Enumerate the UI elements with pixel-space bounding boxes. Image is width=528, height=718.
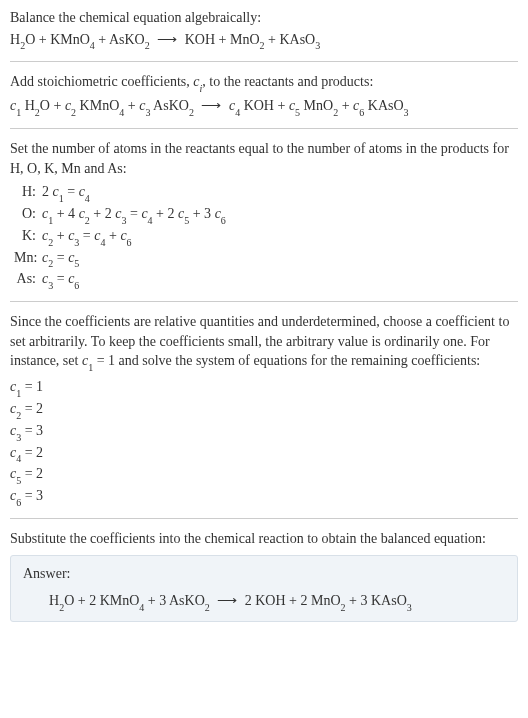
coeff-row: c6 = 3: [10, 486, 518, 508]
section-substitute: Substitute the coefficients into the che…: [10, 529, 518, 622]
atom-equations-table: H:2 c1 = c4O:c1 + 4 c2 + 2 c3 = c4 + 2 c…: [14, 182, 518, 291]
intro-text: Balance the chemical equation algebraica…: [10, 8, 518, 28]
atom-row: O:c1 + 4 c2 + 2 c3 = c4 + 2 c5 + 3 c6: [14, 204, 518, 226]
answer-box: Answer: H2O + 2 KMnO4 + 3 AsKO2 ⟶ 2 KOH …: [10, 555, 518, 622]
coeff-row: c4 = 2: [10, 443, 518, 465]
atom-row: K:c2 + c3 = c4 + c6: [14, 226, 518, 248]
section-atoms: Set the number of atoms in the reactants…: [10, 139, 518, 291]
section-balance-intro: Balance the chemical equation algebraica…: [10, 8, 518, 51]
answer-label: Answer:: [23, 564, 505, 584]
coeff-row: c1 = 1: [10, 377, 518, 399]
intro-text: Since the coefficients are relative quan…: [10, 312, 518, 373]
divider: [10, 518, 518, 519]
coeff-equation: c1 H2O + c2 KMnO4 + c3 AsKO2 ⟶ c4 KOH + …: [10, 96, 518, 118]
unbalanced-equation: H2O + KMnO4 + AsKO2 ⟶ KOH + MnO2 + KAsO3: [10, 30, 518, 52]
coeff-row: c5 = 2: [10, 464, 518, 486]
section-solve: Since the coefficients are relative quan…: [10, 312, 518, 508]
intro-text: Set the number of atoms in the reactants…: [10, 139, 518, 178]
atom-row: Mn:c2 = c5: [14, 248, 518, 270]
atom-row: As:c3 = c6: [14, 269, 518, 291]
intro-text: Add stoichiometric coefficients, ci, to …: [10, 72, 518, 94]
section-stoich: Add stoichiometric coefficients, ci, to …: [10, 72, 518, 118]
intro-text: Substitute the coefficients into the che…: [10, 529, 518, 549]
atom-row: H:2 c1 = c4: [14, 182, 518, 204]
balanced-equation: H2O + 2 KMnO4 + 3 AsKO2 ⟶ 2 KOH + 2 MnO2…: [23, 591, 505, 613]
coeff-row: c3 = 3: [10, 421, 518, 443]
divider: [10, 301, 518, 302]
coeff-list: c1 = 1c2 = 2c3 = 3c4 = 2c5 = 2c6 = 3: [10, 377, 518, 508]
divider: [10, 61, 518, 62]
coeff-row: c2 = 2: [10, 399, 518, 421]
divider: [10, 128, 518, 129]
